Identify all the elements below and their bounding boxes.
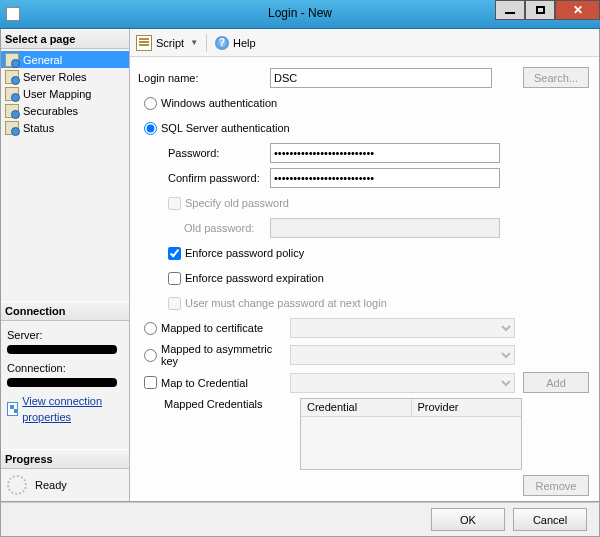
old-password-input (270, 218, 500, 238)
progress-header: Progress (1, 449, 129, 469)
server-value-redacted (7, 345, 117, 354)
script-icon (136, 35, 152, 51)
enforce-policy-checkbox[interactable] (168, 247, 181, 260)
specify-old-password-checkbox (168, 197, 181, 210)
windows-auth-label: Windows authentication (161, 97, 277, 109)
help-button[interactable]: Help (233, 37, 256, 49)
page-list: General Server Roles User Mapping Secura… (1, 49, 129, 138)
page-icon (5, 121, 19, 135)
mapped-to-certificate-radio[interactable] (144, 322, 157, 335)
page-item-label: Server Roles (23, 71, 87, 83)
password-label: Password: (136, 147, 266, 159)
page-item-label: General (23, 54, 62, 66)
page-item-user-mapping[interactable]: User Mapping (1, 85, 129, 102)
dialog-button-strip: OK Cancel (0, 502, 600, 537)
maximize-button[interactable] (525, 0, 555, 20)
password-input[interactable] (270, 143, 500, 163)
mapped-credentials-grid[interactable]: Credential Provider (300, 398, 522, 470)
minimize-button[interactable] (495, 0, 525, 20)
page-item-securables[interactable]: Securables (1, 102, 129, 119)
select-page-header: Select a page (1, 29, 129, 49)
connection-properties-icon (7, 402, 18, 416)
sql-auth-label: SQL Server authentication (161, 122, 290, 134)
asymmetric-key-select[interactable] (290, 345, 515, 365)
view-connection-properties-link[interactable]: View connection properties (22, 393, 123, 425)
progress-spinner-icon (7, 475, 27, 495)
confirm-password-input[interactable] (270, 168, 500, 188)
page-icon (5, 87, 19, 101)
grid-header-credential: Credential (301, 399, 412, 416)
enforce-policy-label: Enforce password policy (185, 247, 304, 259)
page-item-general[interactable]: General (1, 51, 129, 68)
toolbar-separator (206, 34, 207, 52)
add-button[interactable]: Add (523, 372, 589, 393)
grid-header-provider: Provider (412, 399, 522, 416)
confirm-password-label: Confirm password: (136, 172, 266, 184)
connection-value-redacted (7, 378, 117, 387)
map-to-credential-checkbox[interactable] (144, 376, 157, 389)
mapped-to-asymmetric-key-radio[interactable] (144, 349, 157, 362)
windows-auth-radio[interactable] (144, 97, 157, 110)
enforce-expiration-label: Enforce password expiration (185, 272, 324, 284)
progress-status: Ready (35, 479, 67, 491)
app-icon (6, 7, 20, 21)
toolbar: Script ▼ ? Help (130, 29, 599, 57)
page-item-status[interactable]: Status (1, 119, 129, 136)
help-icon: ? (215, 36, 229, 50)
server-label: Server: (7, 327, 123, 343)
script-dropdown-icon[interactable]: ▼ (190, 38, 198, 47)
page-icon (5, 53, 19, 67)
connection-header: Connection (1, 301, 129, 321)
page-item-server-roles[interactable]: Server Roles (1, 68, 129, 85)
close-button[interactable] (555, 0, 600, 20)
search-button[interactable]: Search... (523, 67, 589, 88)
page-item-label: Securables (23, 105, 78, 117)
map-to-credential-label: Map to Credential (161, 377, 248, 389)
login-name-label: Login name: (136, 72, 266, 84)
titlebar: Login - New (0, 0, 600, 29)
page-item-label: User Mapping (23, 88, 91, 100)
page-item-label: Status (23, 122, 54, 134)
page-icon (5, 104, 19, 118)
mapped-credentials-label: Mapped Credentials (136, 398, 266, 410)
credential-select[interactable] (290, 373, 515, 393)
remove-button[interactable]: Remove (523, 475, 589, 496)
cancel-button[interactable]: Cancel (513, 508, 587, 531)
script-button[interactable]: Script (156, 37, 184, 49)
certificate-select[interactable] (290, 318, 515, 338)
mapped-to-certificate-label: Mapped to certificate (161, 322, 263, 334)
page-icon (5, 70, 19, 84)
sql-auth-radio[interactable] (144, 122, 157, 135)
login-name-input[interactable] (270, 68, 492, 88)
old-password-label: Old password: (136, 222, 266, 234)
must-change-password-label: User must change password at next login (185, 297, 387, 309)
must-change-password-checkbox (168, 297, 181, 310)
window-title: Login - New (268, 6, 332, 20)
specify-old-password-label: Specify old password (185, 197, 289, 209)
ok-button[interactable]: OK (431, 508, 505, 531)
enforce-expiration-checkbox[interactable] (168, 272, 181, 285)
connection-label: Connection: (7, 360, 123, 376)
mapped-to-asymmetric-key-label: Mapped to asymmetric key (161, 343, 286, 367)
